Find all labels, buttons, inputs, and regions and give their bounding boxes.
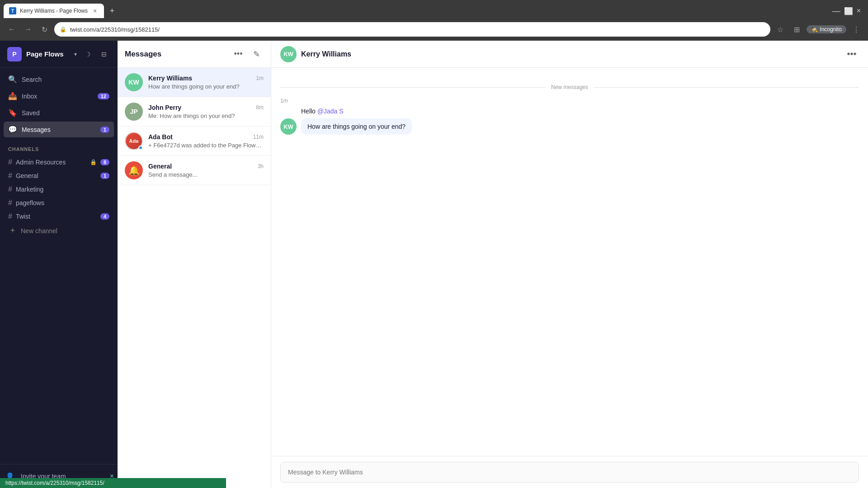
more-button[interactable]: •••: [231, 47, 245, 61]
msg-content: Ada Bot 11m + F6e4727d was added to the …: [148, 133, 264, 149]
msg-preview: Send a message...: [148, 171, 264, 178]
compose-button[interactable]: ✎: [249, 47, 264, 61]
channels-section: Channels # Admin Resources 🔒 8 # General…: [0, 141, 118, 242]
sidebar: P Page Flows ▾ ☽ ⊟ 🔍 Search 📥 Inbox 12 🔖…: [0, 41, 118, 488]
workspace-header: P Page Flows ▾ ☽ ⊟: [0, 41, 118, 68]
tab-close-button[interactable]: ×: [91, 7, 99, 14]
tab-grid-icon[interactable]: ⊞: [790, 23, 803, 36]
menu-icon[interactable]: ⋮: [850, 23, 863, 36]
active-tab[interactable]: T Kerry Williams - Page Flows ×: [4, 4, 104, 18]
chat-input-area: [271, 456, 868, 488]
channels-header: Channels: [4, 145, 114, 155]
message-list: KW Kerry Williams 1m How are things goin…: [118, 68, 271, 488]
admin-badge: 8: [100, 159, 109, 165]
channel-general[interactable]: # General 1: [4, 169, 114, 183]
saved-label: Saved: [22, 109, 109, 117]
search-icon: 🔍: [8, 75, 17, 84]
channel-name: pageflows: [16, 199, 109, 206]
chat-time-label: 1m: [280, 98, 859, 104]
reload-button[interactable]: ↻: [38, 23, 51, 36]
avatar-john: JP: [125, 103, 143, 121]
browser-chrome: T Kerry Williams - Page Flows × + — ⬜ × …: [0, 0, 868, 41]
messages-actions: ••• ✎: [231, 47, 264, 61]
message-item-ada[interactable]: Ada Ada Bot 11m + F6e4727d was added to …: [118, 127, 271, 156]
plus-icon: +: [8, 226, 17, 235]
channel-pageflows[interactable]: # pageflows: [4, 196, 114, 210]
sidebar-nav: 🔍 Search 📥 Inbox 12 🔖 Saved 💬 Messages 1: [0, 68, 118, 141]
messages-title: Messages: [125, 50, 231, 59]
chat-more-button[interactable]: •••: [844, 47, 859, 61]
sidebar-item-search[interactable]: 🔍 Search: [4, 71, 114, 87]
messages-label: Messages: [22, 126, 96, 133]
chat-user-name: Kerry Williams: [301, 50, 844, 58]
sidebar-item-inbox[interactable]: 📥 Inbox 12: [4, 88, 114, 104]
message-item-kerry[interactable]: KW Kerry Williams 1m How are things goin…: [118, 68, 271, 97]
chat-header: KW Kerry Williams •••: [271, 41, 868, 68]
channel-marketing[interactable]: # Marketing: [4, 183, 114, 196]
channel-admin-resources[interactable]: # Admin Resources 🔒 8: [4, 155, 114, 169]
msg-content: Kerry Williams 1m How are things going o…: [148, 75, 264, 90]
new-messages-label: New messages: [551, 84, 588, 90]
chat-avatar: KW: [280, 46, 297, 62]
back-button[interactable]: ←: [5, 23, 18, 36]
avatar-kerry: KW: [125, 73, 143, 91]
msg-preview: How are things going on your end?: [148, 83, 264, 90]
sidebar-item-saved[interactable]: 🔖 Saved: [4, 105, 114, 121]
hello-message: Hello @Jada S: [280, 108, 859, 115]
chat-input[interactable]: [280, 462, 859, 483]
chat-header-actions: •••: [844, 47, 859, 61]
msg-time: 3h: [258, 163, 264, 169]
msg-time: 8m: [256, 104, 264, 111]
hash-icon: #: [8, 172, 12, 180]
msg-sender: John Perry: [148, 104, 181, 111]
chat-msg-avatar: KW: [280, 118, 297, 135]
avatar-general: 🔔: [125, 161, 143, 179]
inbox-icon: 📥: [8, 92, 17, 100]
sidebar-item-messages[interactable]: 💬 Messages 1: [4, 122, 114, 137]
channel-name: Marketing: [16, 186, 109, 193]
messages-badge: 1: [100, 127, 109, 133]
new-tab-button[interactable]: +: [106, 5, 118, 17]
msg-time: 11m: [253, 134, 264, 140]
new-channel-item[interactable]: + New channel: [4, 223, 114, 238]
channel-name: General: [16, 172, 97, 179]
incognito-badge: 🕵 Incognito: [807, 25, 846, 33]
chat-panel: KW Kerry Williams ••• New messages 1m He…: [271, 41, 868, 488]
status-bar: https://twist.com/a/225310/msg/1582115/: [0, 478, 226, 488]
search-label: Search: [22, 76, 109, 83]
online-dot: [138, 145, 143, 150]
app: P Page Flows ▾ ☽ ⊟ 🔍 Search 📥 Inbox 12 🔖…: [0, 41, 868, 488]
workspace-name: Page Flows: [26, 50, 70, 58]
bookmark-icon[interactable]: ☆: [774, 23, 787, 36]
chat-message-kw: KW How are things going on your end?: [280, 118, 859, 135]
msg-sender: Ada Bot: [148, 133, 173, 141]
message-item-john[interactable]: JP John Perry 8m Me: How are things on y…: [118, 97, 271, 127]
message-item-general[interactable]: 🔔 General 3h Send a message...: [118, 156, 271, 185]
msg-sender: Kerry Williams: [148, 75, 192, 82]
lock-icon: 🔒: [60, 26, 66, 33]
moon-icon[interactable]: ☽: [81, 48, 94, 61]
messages-header: Messages ••• ✎: [118, 41, 271, 68]
layout-icon[interactable]: ⊟: [98, 48, 110, 61]
forward-button[interactable]: →: [22, 23, 34, 36]
messages-panel: Messages ••• ✎ KW Kerry Williams 1m How …: [118, 41, 271, 488]
tab-favicon: T: [9, 7, 16, 14]
msg-preview: Me: How are things on your end?: [148, 113, 264, 119]
address-bar[interactable]: 🔒 twist.com/a/225310/msg/1582115/: [54, 22, 770, 37]
address-text: twist.com/a/225310/msg/1582115/: [70, 26, 765, 33]
workspace-icon: P: [7, 47, 22, 61]
hash-icon: #: [8, 199, 12, 207]
chat-messages: New messages 1m Hello @Jada S KW How are…: [271, 68, 868, 456]
minimize-button[interactable]: —: [832, 6, 840, 16]
channel-twist[interactable]: # Twist 4: [4, 210, 114, 223]
divider-line-left: [280, 87, 546, 88]
hash-icon: #: [8, 185, 12, 193]
workspace-chevron[interactable]: ▾: [74, 51, 77, 57]
maximize-button[interactable]: ⬜: [844, 7, 853, 15]
new-messages-divider: New messages: [280, 84, 859, 90]
divider-line-right: [594, 87, 859, 88]
close-window-button[interactable]: ×: [857, 7, 861, 15]
inbox-label: Inbox: [22, 93, 93, 100]
msg-content: John Perry 8m Me: How are things on your…: [148, 104, 264, 119]
nav-bar: ← → ↻ 🔒 twist.com/a/225310/msg/1582115/ …: [0, 18, 868, 41]
